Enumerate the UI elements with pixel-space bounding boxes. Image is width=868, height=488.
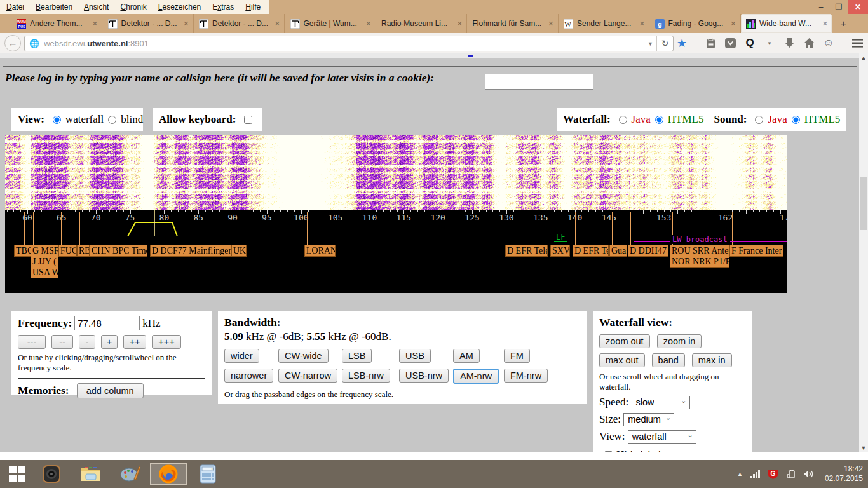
station-label[interactable]: F France Inter: [729, 245, 783, 257]
station-label[interactable]: G MSFJ JJY (USA W: [31, 245, 58, 278]
menu-bearbeiten[interactable]: Bearbeiten: [36, 3, 72, 11]
power-plug-icon[interactable]: [785, 470, 796, 479]
waterfall-spectrogram[interactable]: [5, 135, 787, 210]
station-label[interactable]: CHN BPC Time: [90, 245, 147, 257]
add-column-button[interactable]: add column: [77, 383, 144, 398]
bookmark-star-icon[interactable]: ★: [676, 37, 688, 49]
bandwidth-am-button[interactable]: AM: [453, 349, 480, 363]
gdata-shield-icon[interactable]: G: [768, 469, 778, 479]
menu-lesezeichen[interactable]: Lesezeichen: [158, 3, 201, 11]
station-label[interactable]: RB: [77, 245, 90, 257]
file-explorer-taskbar-icon[interactable]: [76, 463, 105, 485]
hide-labels-checkbox[interactable]: [604, 451, 613, 453]
tab-close-icon[interactable]: ✕: [183, 20, 189, 28]
browser-tab[interactable]: Flohmarkt für Sam...✕: [468, 14, 559, 33]
menu-chronik[interactable]: Chronik: [120, 3, 146, 11]
menu-datei[interactable]: Datei: [6, 3, 24, 11]
waterfall-java-radio[interactable]: [619, 116, 627, 124]
waterfall-band-button[interactable]: band: [652, 353, 685, 367]
minimize-button[interactable]: –: [812, 0, 830, 14]
home-icon[interactable]: [803, 37, 815, 49]
bandwidth-usb-button[interactable]: USB: [399, 349, 431, 363]
browser-tab[interactable]: Detektor - ... D...✕: [103, 14, 194, 33]
scroll-down-arrow[interactable]: ▼: [859, 444, 868, 452]
tab-close-icon[interactable]: ✕: [457, 20, 463, 28]
bandwidth-wider-button[interactable]: wider: [224, 349, 259, 363]
speed-select[interactable]: slow: [632, 396, 690, 409]
ghostery-dropdown-icon[interactable]: ▼: [764, 37, 775, 49]
station-label[interactable]: ROU SRR AntenNOR NRK P1/P2: [670, 245, 729, 268]
browser-tab[interactable]: Detektor - ... D...✕: [194, 14, 285, 33]
view-waterfall-radio[interactable]: [53, 116, 61, 124]
station-label[interactable]: D DCF77 Mainflingen: [150, 245, 231, 257]
close-button[interactable]: ✕: [848, 0, 868, 14]
tab-close-icon[interactable]: ✕: [92, 20, 98, 28]
freq-step-button[interactable]: ++: [123, 335, 146, 349]
restore-button[interactable]: ❐: [830, 0, 848, 14]
start-button[interactable]: [3, 463, 32, 485]
paint-taskbar-icon[interactable]: [116, 463, 145, 485]
frequency-input[interactable]: [74, 316, 140, 330]
tab-close-icon[interactable]: ✕: [548, 20, 553, 28]
station-label[interactable]: FUG: [58, 245, 77, 257]
bandwidth-narrower-button[interactable]: narrower: [224, 369, 273, 383]
browser-tab[interactable]: Radio-Museum Li...✕: [376, 14, 467, 33]
callsign-input[interactable]: [485, 74, 593, 90]
reload-button[interactable]: ↻: [656, 36, 673, 51]
menu-extras[interactable]: Extras: [212, 3, 234, 11]
browser-tab[interactable]: Wide-band W...✕: [741, 14, 832, 33]
tray-expand-icon[interactable]: ▲: [737, 471, 743, 477]
browser-tab[interactable]: Geräte | Wum...✕: [285, 14, 376, 33]
calculator-taskbar-icon[interactable]: 0: [193, 463, 222, 485]
view-mode-select[interactable]: waterfall: [628, 430, 696, 444]
tab-close-icon[interactable]: ✕: [365, 20, 371, 28]
sound-java-radio[interactable]: [755, 116, 763, 124]
tab-close-icon[interactable]: ✕: [639, 20, 645, 28]
menu-hilfe[interactable]: Hilfe: [245, 3, 261, 11]
size-select[interactable]: medium: [623, 413, 674, 426]
station-label[interactable]: D EFR Tele: [505, 245, 548, 257]
tab-close-icon[interactable]: ✕: [275, 20, 280, 28]
url-dropdown-icon[interactable]: ▼: [644, 41, 656, 47]
new-tab-button[interactable]: +: [836, 18, 851, 30]
url-bar[interactable]: 🌐 websdr.ewi.utwente.nl:8901 ▼ ↻: [24, 36, 674, 51]
vertical-scrollbar[interactable]: ▲ ▼: [859, 53, 868, 452]
sound-html5-radio[interactable]: [792, 116, 800, 124]
bandwidth-am-nrw-button[interactable]: AM-nrw: [453, 369, 499, 384]
tab-close-icon[interactable]: ✕: [822, 20, 828, 28]
clipboard-icon[interactable]: [705, 37, 716, 49]
chat-smiley-icon[interactable]: ☺: [823, 37, 834, 49]
freq-step-button[interactable]: -: [79, 335, 95, 349]
freq-step-button[interactable]: ---: [18, 335, 46, 349]
volume-icon[interactable]: [804, 470, 815, 478]
network-signal-icon[interactable]: [750, 470, 761, 478]
bandwidth-cw-narrow-button[interactable]: CW-narrow: [278, 369, 337, 383]
browser-tab[interactable]: WSender Lange...✕: [559, 14, 649, 33]
station-label[interactable]: Gua: [609, 245, 627, 257]
pocket-icon[interactable]: [724, 37, 736, 49]
browser-tab[interactable]: WUMPUSAndere Them...✕: [11, 14, 102, 33]
ghostery-icon[interactable]: Q: [744, 37, 756, 49]
station-label[interactable]: LORAN: [304, 245, 336, 257]
station-label[interactable]: D DDH47: [628, 245, 668, 257]
freq-step-button[interactable]: +: [101, 335, 118, 349]
vertical-scroll-thumb[interactable]: [860, 177, 867, 230]
bandwidth-fm-button[interactable]: FM: [504, 349, 530, 363]
back-button[interactable]: ←: [4, 35, 21, 51]
waterfall-zoom-in-button[interactable]: zoom in: [657, 334, 702, 348]
passband-filter-shape[interactable]: [5, 208, 196, 240]
waterfall-zoom-out-button[interactable]: zoom out: [599, 334, 650, 348]
tab-close-icon[interactable]: ✕: [730, 20, 736, 28]
bandwidth-lsb-button[interactable]: LSB: [342, 349, 372, 363]
download-icon[interactable]: [783, 37, 795, 49]
station-label[interactable]: D EFR Tele: [573, 245, 609, 257]
waterfall-html5-radio[interactable]: [655, 116, 663, 124]
browser-tab[interactable]: gFading - Goog...✕: [650, 14, 741, 33]
partial-link[interactable]: [468, 55, 473, 57]
waterfall-max-out-button[interactable]: max out: [599, 353, 645, 367]
waterfall-max-in-button[interactable]: max in: [692, 353, 732, 367]
hamburger-menu-icon[interactable]: [851, 37, 863, 49]
view-blind-radio[interactable]: [108, 116, 116, 124]
taskbar-clock[interactable]: 18:42 02.07.2015: [825, 464, 863, 484]
waterfall-display[interactable]: 6065707580859095100105110115120125130135…: [5, 135, 787, 293]
